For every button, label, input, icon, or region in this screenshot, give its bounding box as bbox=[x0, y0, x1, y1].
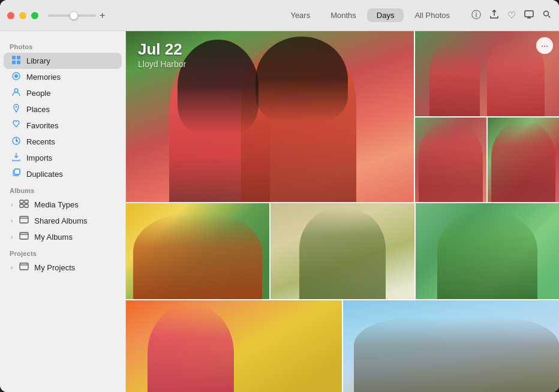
photo-r2-2[interactable] bbox=[271, 203, 414, 299]
sidebar-item-favorites-label: Favorites bbox=[26, 121, 58, 130]
favorites-icon bbox=[11, 120, 22, 131]
library-icon bbox=[11, 55, 22, 67]
zoom-plus-icon[interactable]: + bbox=[100, 10, 105, 21]
svg-rect-16 bbox=[20, 204, 23, 207]
sidebar-item-library-label: Library bbox=[26, 56, 50, 65]
expand-arrow-shared-albums: › bbox=[11, 218, 13, 224]
sidebar-item-imports[interactable]: Imports bbox=[4, 150, 122, 166]
sidebar-item-media-types[interactable]: › Media Types bbox=[4, 197, 122, 213]
sidebar-item-duplicates[interactable]: Duplicates bbox=[4, 166, 122, 182]
sidebar: Photos Library bbox=[0, 31, 126, 392]
zoom-slider-area: + bbox=[48, 10, 105, 21]
heart-icon[interactable]: ♡ bbox=[507, 10, 516, 21]
sidebar-item-my-albums-label: My Albums bbox=[34, 233, 73, 242]
sidebar-item-places-label: Places bbox=[26, 105, 50, 114]
app-window: + Years Months Days All Photos ⓘ ♡ bbox=[0, 0, 559, 392]
sidebar-item-people[interactable]: People bbox=[4, 85, 122, 101]
media-types-icon bbox=[19, 199, 29, 210]
sidebar-section-projects: Projects bbox=[0, 245, 125, 260]
svg-rect-20 bbox=[20, 263, 28, 270]
svg-rect-15 bbox=[25, 200, 28, 203]
search-icon[interactable] bbox=[542, 10, 552, 22]
main-content: Photos Library bbox=[0, 31, 559, 392]
sidebar-item-my-projects-label: My Projects bbox=[34, 263, 75, 272]
sidebar-section-albums: Albums bbox=[0, 182, 125, 197]
sidebar-item-recents-label: Recents bbox=[26, 137, 55, 146]
sidebar-item-shared-albums-label: Shared Albums bbox=[34, 216, 87, 225]
day-date: Jul 22 bbox=[138, 41, 186, 58]
photo-r3-2[interactable] bbox=[343, 300, 559, 392]
svg-point-8 bbox=[14, 89, 18, 92]
sidebar-item-people-label: People bbox=[26, 89, 50, 98]
svg-rect-5 bbox=[17, 61, 20, 64]
svg-rect-3 bbox=[17, 56, 20, 59]
duplicates-icon bbox=[11, 168, 22, 180]
shared-albums-icon bbox=[19, 215, 29, 227]
maximize-button[interactable] bbox=[31, 12, 38, 19]
sidebar-item-my-albums[interactable]: › My Albums bbox=[4, 229, 122, 245]
expand-arrow-my-albums: › bbox=[11, 234, 13, 240]
svg-point-7 bbox=[14, 74, 18, 78]
slider-thumb bbox=[70, 11, 78, 20]
tab-days[interactable]: Days bbox=[367, 8, 404, 22]
side-photos: ··· bbox=[415, 31, 559, 202]
svg-rect-18 bbox=[20, 216, 28, 223]
photo-side-bottom-right[interactable] bbox=[488, 117, 559, 203]
side-bottom-photos bbox=[415, 117, 559, 203]
photo-r3-1[interactable] bbox=[126, 300, 342, 392]
tab-all-photos[interactable]: All Photos bbox=[405, 8, 459, 22]
traffic-lights bbox=[7, 12, 38, 19]
tab-months[interactable]: Months bbox=[321, 8, 366, 22]
svg-rect-17 bbox=[25, 204, 28, 207]
photo-row-2 bbox=[126, 203, 559, 299]
svg-point-1 bbox=[544, 11, 549, 16]
sidebar-item-imports-label: Imports bbox=[26, 153, 52, 162]
svg-point-9 bbox=[16, 106, 17, 108]
photo-side-bottom-left[interactable] bbox=[415, 117, 486, 203]
zoom-slider[interactable] bbox=[48, 14, 96, 17]
svg-rect-12 bbox=[14, 169, 20, 174]
photo-r2-1[interactable] bbox=[126, 203, 269, 299]
sidebar-item-memories[interactable]: Memories bbox=[4, 69, 122, 85]
sidebar-item-memories-label: Memories bbox=[26, 73, 61, 82]
sidebar-item-shared-albums[interactable]: › Shared Albums bbox=[4, 213, 122, 229]
sidebar-section-photos: Photos bbox=[0, 38, 125, 53]
svg-rect-19 bbox=[20, 233, 28, 239]
recents-icon bbox=[11, 136, 22, 147]
minimize-button[interactable] bbox=[19, 12, 26, 19]
my-projects-icon bbox=[19, 262, 29, 273]
top-photo-section: Jul 22 Lloyd Harbor bbox=[126, 31, 559, 202]
tab-years[interactable]: Years bbox=[281, 8, 320, 22]
share-icon[interactable] bbox=[489, 10, 499, 22]
photo-grid: Jul 22 Lloyd Harbor bbox=[126, 31, 559, 392]
photo-row-3 bbox=[126, 300, 559, 392]
photo-side-top[interactable]: ··· bbox=[415, 31, 559, 116]
close-button[interactable] bbox=[7, 12, 14, 19]
photo-area[interactable]: Jul 22 Lloyd Harbor bbox=[126, 31, 559, 392]
info-icon[interactable]: ⓘ bbox=[471, 9, 481, 22]
expand-arrow-media-types: › bbox=[11, 201, 13, 208]
my-albums-icon bbox=[19, 231, 29, 243]
sidebar-item-media-types-label: Media Types bbox=[34, 200, 78, 209]
sidebar-item-favorites[interactable]: Favorites bbox=[4, 117, 122, 134]
day-header: Jul 22 Lloyd Harbor bbox=[138, 41, 186, 69]
svg-rect-4 bbox=[12, 61, 16, 64]
sidebar-item-places[interactable]: Places bbox=[4, 101, 122, 117]
svg-rect-2 bbox=[12, 56, 16, 59]
toolbar-icons: ⓘ ♡ bbox=[471, 9, 552, 22]
more-options-button[interactable]: ··· bbox=[536, 37, 553, 54]
imports-icon bbox=[11, 152, 22, 164]
day-location: Lloyd Harbor bbox=[138, 59, 186, 69]
sidebar-item-recents[interactable]: Recents bbox=[4, 134, 122, 150]
photo-r2-3[interactable] bbox=[416, 203, 559, 299]
sidebar-item-duplicates-label: Duplicates bbox=[26, 170, 63, 179]
slideshow-icon[interactable] bbox=[524, 10, 534, 22]
people-icon bbox=[11, 88, 22, 99]
sidebar-item-my-projects[interactable]: › My Projects bbox=[4, 260, 122, 276]
photo-main[interactable]: Jul 22 Lloyd Harbor bbox=[126, 31, 414, 202]
places-icon bbox=[11, 104, 22, 115]
memories-icon bbox=[11, 71, 22, 83]
sidebar-item-library[interactable]: Library bbox=[4, 53, 122, 69]
titlebar: + Years Months Days All Photos ⓘ ♡ bbox=[0, 0, 559, 31]
view-tabs: Years Months Days All Photos bbox=[281, 8, 459, 22]
